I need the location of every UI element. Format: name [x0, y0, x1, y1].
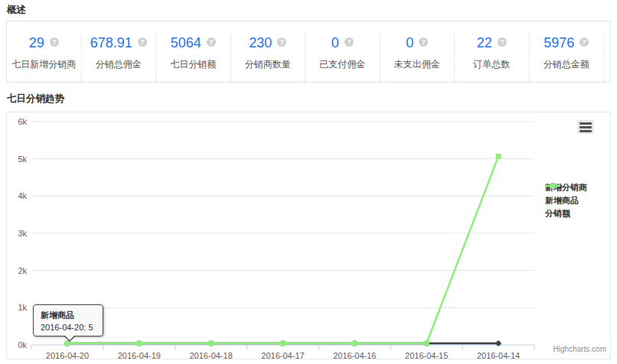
x-axis-label: 2016-04-15 — [405, 351, 448, 359]
stat-cell: 0?已支付佣金 — [305, 34, 380, 82]
stat-label: 已支付佣金 — [305, 58, 380, 71]
stat-cell: 29?七日新增分销商 — [7, 34, 82, 82]
help-icon[interactable]: ? — [419, 37, 428, 47]
data-point-marker[interactable] — [496, 154, 501, 159]
x-axis-label: 2016-04-17 — [261, 351, 304, 359]
help-icon[interactable]: ? — [138, 37, 147, 47]
y-axis-tick-label: 5k — [18, 154, 27, 164]
help-icon[interactable]: ? — [277, 37, 286, 47]
stat-value: 5064 — [171, 35, 201, 50]
trend-section-title: 七日分销趋势 — [7, 93, 64, 106]
stat-value: 29 — [29, 35, 44, 50]
y-axis-tick-label: 2k — [18, 266, 27, 275]
stat-label: 七日分销额 — [156, 58, 230, 71]
overview-stats-panel: 29?七日新增分销商678.91?分销总佣金5064?七日分销额230?分销商数… — [6, 21, 611, 83]
x-axis-label: 2016-04-20 — [46, 351, 89, 359]
legend-label: 新增商品 — [545, 195, 579, 206]
stat-label: 未支出佣金 — [380, 58, 455, 71]
y-axis-tick-label: 0k — [18, 340, 27, 349]
chart-context-menu-button[interactable] — [577, 120, 594, 134]
help-icon[interactable]: ? — [498, 37, 507, 47]
stat-value: 22 — [477, 35, 492, 50]
legend-item-分销额[interactable]: 分销额 — [545, 207, 587, 220]
chart-tooltip: 新增商品 2016-04-20: 5 — [33, 304, 103, 336]
stat-cell: 230?分销商数量 — [231, 34, 306, 82]
data-point-marker[interactable] — [280, 341, 286, 346]
help-icon[interactable]: ? — [207, 37, 216, 47]
data-point-marker[interactable] — [208, 341, 214, 346]
stat-cell: 5064?七日分销额 — [156, 34, 231, 82]
stat-label: 分销总金额 — [530, 58, 604, 71]
y-axis-tick-label: 4k — [18, 191, 27, 200]
help-icon[interactable]: ? — [579, 37, 589, 47]
stat-value: 230 — [249, 35, 272, 50]
data-point-marker[interactable] — [495, 340, 501, 346]
stat-value: 0 — [406, 35, 413, 50]
help-icon[interactable]: ? — [344, 37, 354, 47]
highcharts-credits-link[interactable]: Highcharts.com — [553, 345, 606, 353]
y-axis-tick-label: 6k — [18, 117, 27, 126]
x-axis-label: 2016-04-14 — [477, 351, 520, 359]
data-point-marker[interactable] — [136, 341, 142, 346]
stat-cell: 22?订单总数 — [455, 34, 530, 82]
legend-item-新增商品[interactable]: 新增商品 — [545, 194, 587, 207]
stat-cell: 5976?分销总金额 — [530, 34, 605, 82]
y-axis-tick-label: 1k — [18, 303, 27, 312]
x-axis-label: 2016-04-19 — [118, 351, 161, 359]
stat-label: 订单总数 — [455, 58, 529, 71]
legend-label: 分销额 — [545, 208, 570, 219]
stat-value: 678.91 — [90, 35, 132, 50]
series-line-分销额 — [67, 157, 498, 343]
data-point-marker[interactable] — [352, 341, 357, 346]
stat-label: 七日新增分销商 — [7, 58, 81, 71]
stat-value: 0 — [331, 35, 339, 50]
trend-chart: 0k1k2k3k4k5k6k2016-04-202016-04-192016-0… — [6, 112, 611, 359]
stat-cell: 678.91?分销总佣金 — [82, 34, 157, 82]
stat-label: 分销商数量 — [231, 58, 305, 71]
help-icon[interactable]: ? — [50, 37, 59, 47]
x-axis-label: 2016-04-18 — [190, 351, 233, 359]
dashboard-page: 概述 29?七日新增分销商678.91?分销总佣金5064?七日分销额230?分… — [0, 0, 617, 364]
stat-cell: 0?未支出佣金 — [380, 34, 455, 82]
x-axis-label: 2016-04-16 — [333, 351, 376, 359]
data-point-marker[interactable] — [424, 341, 429, 346]
legend-marker-icon — [545, 181, 560, 190]
tooltip-value: 2016-04-20: 5 — [41, 323, 96, 332]
tooltip-series-name: 新增商品 — [41, 310, 96, 321]
overview-section-title: 概述 — [7, 4, 26, 17]
chart-legend: 新增分销商新增商品分销额 — [545, 181, 587, 220]
y-axis-tick-label: 3k — [18, 229, 27, 238]
menu-icon — [579, 122, 592, 125]
stat-value: 5976 — [544, 35, 574, 50]
stat-label: 分销总佣金 — [82, 58, 156, 71]
